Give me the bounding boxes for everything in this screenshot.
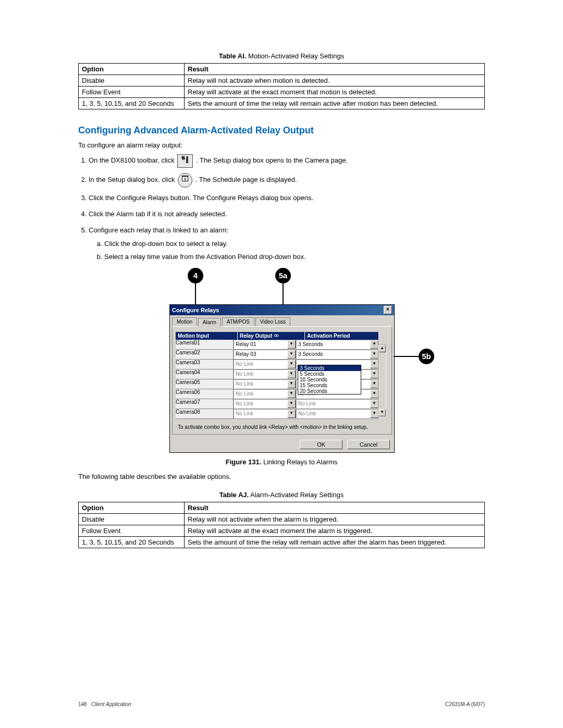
- chevron-down-icon[interactable]: ▼: [370, 340, 378, 349]
- table-row: Follow EventRelay will activate at the e…: [79, 87, 485, 98]
- callout-5b: 5b: [419, 349, 434, 364]
- chevron-down-icon[interactable]: ▼: [370, 380, 378, 388]
- tab-alarm[interactable]: Alarm: [198, 318, 221, 327]
- schedule-icon: 1: [178, 173, 192, 188]
- table-row: Camera02Relay 03▼3 Seconds▼: [176, 350, 379, 360]
- chevron-down-icon[interactable]: ▼: [370, 400, 378, 408]
- figure-caption: Figure 131. Linking Relays to Alarms: [78, 458, 485, 466]
- configure-relays-dialog: Configure Relays × Motion Alarm ATM/POS …: [169, 304, 395, 453]
- motion-input-cell: Camera05: [176, 379, 234, 389]
- grid-header: Motion Input Relay Output Activation Per…: [176, 332, 379, 340]
- relay-output-combo[interactable]: No Link▼: [234, 360, 296, 369]
- table-ai-caption-text: Motion-Activated Relay Settings: [248, 52, 344, 60]
- tab-videoloss[interactable]: Video Loss: [255, 317, 290, 326]
- relay-output-combo[interactable]: Relay 01▼: [234, 340, 296, 349]
- chevron-down-icon[interactable]: ▼: [287, 400, 296, 408]
- activation-period-combo[interactable]: 3 Seconds▼: [296, 340, 379, 349]
- activation-period-combo[interactable]: No Link▼: [296, 399, 379, 409]
- motion-input-cell: Camera04: [176, 369, 234, 379]
- activation-period-combo[interactable]: No Link▼: [296, 409, 379, 418]
- tab-row: Motion Alarm ATM/POS Video Loss: [170, 315, 394, 326]
- callout-5a: 5a: [275, 268, 291, 283]
- table-row: Follow EventRelay will activate at the e…: [79, 525, 485, 536]
- activation-dropdown-open[interactable]: 3 Seconds 5 Seconds 10 Seconds 15 Second…: [298, 365, 361, 394]
- table-row: Camera08No Link▼No Link▼: [176, 409, 379, 419]
- section-heading: Configuring Advanced Alarm-Activated Rel…: [78, 125, 485, 136]
- chevron-down-icon[interactable]: ▼: [370, 410, 378, 418]
- chevron-down-icon[interactable]: ▼: [370, 390, 378, 398]
- after-figure-text: The following table describes the availa…: [78, 473, 485, 480]
- relay-output-combo[interactable]: No Link▼: [234, 389, 296, 399]
- relay-output-combo[interactable]: No Link▼: [234, 369, 296, 379]
- table-ai-caption-prefix: Table AI.: [219, 52, 247, 60]
- table-row: 1, 3, 5, 10,15, and 20 SecondsSets the a…: [79, 536, 485, 548]
- chevron-down-icon[interactable]: ▼: [287, 390, 296, 398]
- grid-scrollbar[interactable]: ▲ ▼: [378, 344, 386, 417]
- table-ai: Option Result DisableRelay will not acti…: [78, 63, 485, 109]
- motion-input-cell: Camera08: [176, 409, 234, 418]
- table-aj: Option Result DisableRelay will not acti…: [78, 502, 485, 548]
- dialog-hint: To activate combo box, you should link <…: [176, 419, 388, 431]
- scroll-up-icon[interactable]: ▲: [378, 345, 386, 352]
- step-5: Configure each relay that is linked to a…: [89, 225, 485, 263]
- table-row: DisableRelay will not activate when moti…: [79, 75, 485, 87]
- relay-output-combo[interactable]: No Link▼: [234, 409, 296, 418]
- chevron-down-icon[interactable]: ▼: [287, 410, 296, 418]
- relay-output-combo[interactable]: Relay 03▼: [234, 350, 296, 359]
- table-ai-header-option: Option: [79, 64, 185, 75]
- chevron-down-icon[interactable]: ▼: [370, 360, 378, 368]
- page-footer: 148 Client Application C2631M-A (6/07): [78, 701, 485, 707]
- chevron-down-icon[interactable]: ▼: [370, 370, 378, 378]
- table-row: DisableRelay will not activate when the …: [79, 513, 485, 525]
- motion-input-cell: Camera07: [176, 399, 234, 409]
- table-row: Camera01Relay 01▼3 Seconds▼: [176, 340, 379, 350]
- svg-point-4: [276, 335, 278, 337]
- step-3: Click the Configure Relays button. The C…: [89, 193, 485, 204]
- setup-toolbar-icon: [177, 154, 193, 168]
- chevron-down-icon[interactable]: ▼: [287, 360, 296, 368]
- ok-button[interactable]: OK: [300, 440, 342, 449]
- callout-4: 4: [188, 268, 203, 283]
- table-row: Camera07No Link▼No Link▼: [176, 399, 379, 409]
- dialog-titlebar: Configure Relays ×: [170, 305, 394, 315]
- cancel-button[interactable]: Cancel: [347, 440, 390, 449]
- step-5a: Click the drop-down box to select a rela…: [104, 239, 485, 250]
- step-4: Click the Alarm tab if it is not already…: [89, 209, 485, 220]
- motion-input-cell: Camera01: [176, 340, 234, 349]
- svg-text:1: 1: [184, 177, 187, 181]
- step-1: On the DX8100 toolbar, click . The Setup…: [89, 154, 485, 168]
- activation-period-combo[interactable]: 3 Seconds▼: [296, 350, 379, 359]
- chevron-down-icon[interactable]: ▼: [370, 350, 378, 359]
- motion-input-cell: Camera02: [176, 350, 234, 359]
- close-icon[interactable]: ×: [384, 306, 392, 314]
- svg-point-3: [274, 335, 276, 337]
- step-2: In the Setup dialog box, click 1 . The S…: [89, 173, 485, 188]
- relay-output-combo[interactable]: No Link▼: [234, 399, 296, 409]
- tab-motion[interactable]: Motion: [172, 317, 197, 326]
- scroll-down-icon[interactable]: ▼: [378, 409, 386, 416]
- steps-list: On the DX8100 toolbar, click . The Setup…: [89, 154, 485, 263]
- table-ai-caption: Table AI. Motion-Activated Relay Setting…: [78, 52, 485, 60]
- link-icon: [274, 333, 279, 338]
- relay-output-combo[interactable]: No Link▼: [234, 379, 296, 389]
- table-row: 1, 3, 5, 10,15, and 20 SecondsSets the a…: [79, 98, 485, 109]
- chevron-down-icon[interactable]: ▼: [287, 340, 296, 349]
- motion-input-cell: Camera06: [176, 389, 234, 399]
- intro-text: To configure an alarm relay output:: [78, 141, 485, 149]
- chevron-down-icon[interactable]: ▼: [287, 350, 296, 359]
- table-ai-header-result: Result: [185, 64, 485, 75]
- chevron-down-icon[interactable]: ▼: [287, 380, 296, 388]
- step-5b: Select a relay time value from the Activ…: [104, 252, 485, 263]
- dialog-title: Configure Relays: [172, 307, 219, 313]
- table-aj-caption: Table AJ. Alarm-Activated Relay Settings: [78, 491, 485, 499]
- motion-input-cell: Camera03: [176, 360, 234, 369]
- tab-atmpos[interactable]: ATM/POS: [222, 317, 254, 326]
- chevron-down-icon[interactable]: ▼: [287, 370, 296, 378]
- tab-pane: Motion Input Relay Output Activation Per…: [172, 326, 392, 435]
